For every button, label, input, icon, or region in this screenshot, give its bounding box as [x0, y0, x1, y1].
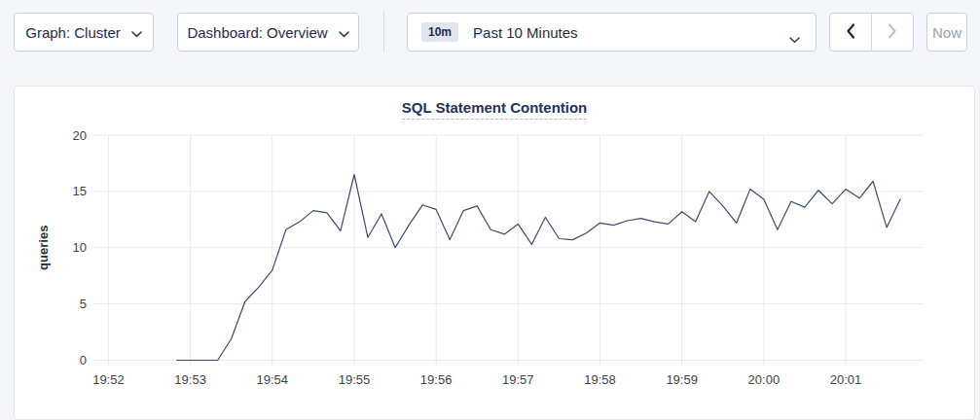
toolbar-divider — [383, 11, 384, 52]
x-axis-tick-label: 19:53 — [174, 372, 206, 387]
x-axis-tick-label: 19:52 — [92, 372, 125, 387]
prev-time-button[interactable] — [830, 14, 872, 51]
chevron-down-icon — [131, 24, 142, 41]
time-range-badge: 10m — [421, 22, 458, 42]
x-axis-tick-label: 19:54 — [257, 372, 289, 387]
x-axis-tick-label: 19:58 — [584, 372, 616, 387]
chart-line-queries — [177, 175, 901, 361]
y-axis-tick-label: 15 — [73, 184, 87, 198]
x-axis-tick-label: 19:55 — [339, 372, 371, 387]
graph-dropdown[interactable]: Graph: Cluster — [14, 13, 154, 52]
x-axis-tick-label: 19:57 — [502, 372, 534, 387]
chevron-left-icon — [846, 23, 855, 42]
y-axis-label: queries — [36, 226, 51, 270]
y-axis-tick-label: 10 — [73, 240, 87, 255]
dashboard-dropdown-label: Dashboard: Overview — [187, 24, 327, 41]
chart-card: SQL Statement Contention 0510152019:5219… — [14, 86, 975, 420]
time-range-label: Past 10 Minutes — [473, 24, 578, 41]
now-button[interactable]: Now — [926, 13, 967, 52]
dashboard-dropdown[interactable]: Dashboard: Overview — [177, 13, 359, 52]
x-axis-tick-label: 20:01 — [830, 372, 862, 387]
time-range-selector[interactable]: 10m Past 10 Minutes — [407, 13, 817, 52]
time-step-button-group — [829, 13, 914, 52]
y-axis-tick-label: 0 — [80, 353, 87, 368]
graph-dropdown-label: Graph: Cluster — [25, 24, 121, 41]
chart-plot[interactable]: 0510152019:5219:5319:5419:5519:5619:5719… — [15, 87, 976, 420]
x-axis-tick-label: 19:59 — [666, 372, 698, 387]
x-axis-tick-label: 19:56 — [420, 372, 453, 387]
chevron-right-icon — [888, 23, 897, 42]
next-time-button[interactable] — [872, 14, 913, 51]
y-axis-tick-label: 5 — [80, 297, 87, 311]
chevron-down-icon — [789, 30, 800, 47]
chevron-down-icon — [339, 24, 349, 41]
y-axis-tick-label: 20 — [73, 128, 87, 143]
x-axis-tick-label: 20:00 — [748, 372, 780, 387]
